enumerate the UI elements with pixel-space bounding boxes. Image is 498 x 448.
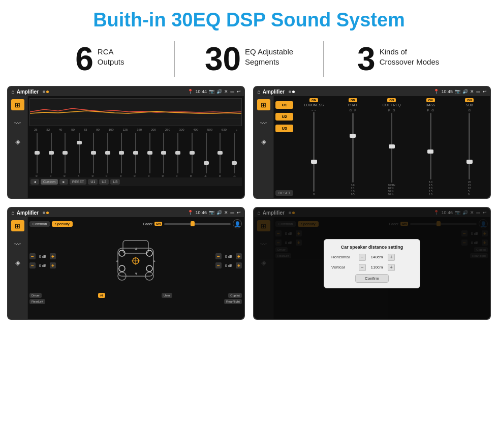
eq-slider-11[interactable] xyxy=(171,133,184,173)
spk-panel-icon-eq[interactable]: ⊞ xyxy=(11,220,24,231)
cross-vol-icon: 🔊 xyxy=(462,89,468,94)
sub-on[interactable]: ON xyxy=(465,98,474,102)
all-btn[interactable]: All xyxy=(98,293,106,298)
spk-dot2 xyxy=(46,212,49,214)
user-icon[interactable]: 👤 xyxy=(233,219,242,228)
fader-on-badge[interactable]: ON xyxy=(154,222,162,226)
tab-common[interactable]: Common xyxy=(29,221,50,227)
eq-screen-title: Amplifier xyxy=(17,89,39,95)
eq-slider-1[interactable] xyxy=(30,133,44,173)
copilot-btn[interactable]: Copilot xyxy=(228,293,242,298)
cross-reset-btn[interactable]: RESET xyxy=(275,190,293,196)
eq-prev-btn[interactable]: ◄ xyxy=(30,179,39,185)
eq-panel-icon-wave[interactable]: 〰 xyxy=(11,117,24,129)
cross-status-right: 📍 10:45 📷 🔊 ✕ ▭ ↩ xyxy=(433,89,487,94)
horizontal-minus-btn[interactable]: − xyxy=(359,254,366,261)
eq-slider-3[interactable] xyxy=(58,133,72,173)
spk-home-icon[interactable]: ⌂ xyxy=(11,210,15,216)
cutfreq-slider[interactable] xyxy=(391,113,392,183)
cross-status-bar: ⌂ Amplifier 📍 10:45 📷 🔊 ✕ ▭ ↩ xyxy=(254,87,490,96)
eq-slider-2[interactable] xyxy=(45,133,58,173)
spk-left-panel: ⊞ 〰 ◈ xyxy=(8,217,27,319)
bottom-left-minus[interactable]: − xyxy=(29,262,36,268)
bass-on[interactable]: ON xyxy=(426,98,435,102)
cross-x-icon: ✕ xyxy=(470,89,474,94)
eq-next-btn[interactable]: ► xyxy=(59,179,68,185)
u1-button[interactable]: U1 xyxy=(275,101,293,109)
cross-reset-area: RESET xyxy=(275,189,293,196)
top-left-plus[interactable]: + xyxy=(50,253,56,259)
eq-u1-btn[interactable]: U1 xyxy=(88,179,98,185)
horizontal-value: 140cm xyxy=(368,255,386,259)
fader-thumb[interactable] xyxy=(191,221,195,226)
vertical-label: Vertical xyxy=(331,265,357,270)
vertical-plus-btn[interactable]: + xyxy=(388,264,395,271)
spk-status-bar: ⌂ Amplifier 📍 10:46 📷 🔊 ✕ ▭ ↩ xyxy=(8,208,244,217)
eq-slider-10[interactable] xyxy=(158,133,171,173)
eq-screen-card: ⌂ Amplifier 📍 10:44 📷 🔊 ✕ ▭ ↩ xyxy=(7,86,245,199)
eq-slider-6[interactable] xyxy=(101,133,114,173)
fader-track[interactable] xyxy=(164,223,231,225)
cross-panel-icon-speaker[interactable]: ◈ xyxy=(257,136,270,147)
loudness-slider[interactable] xyxy=(313,112,315,192)
tab-specialty[interactable]: Specialty xyxy=(52,221,72,227)
driver-btn[interactable]: Driver xyxy=(29,293,42,298)
cross-panel-icon-wave[interactable]: 〰 xyxy=(257,117,270,129)
eq-slider-5[interactable] xyxy=(87,133,100,173)
left-db-controls: − 0 dB + − 0 dB + xyxy=(29,230,56,291)
svg-point-11 xyxy=(146,265,152,272)
eq-back-icon[interactable]: ↩ xyxy=(237,89,241,94)
spk-back-icon[interactable]: ↩ xyxy=(237,210,241,215)
cross-panel-icon-eq[interactable]: ⊞ xyxy=(257,99,270,110)
eq-slider-9[interactable] xyxy=(143,133,157,173)
bass-slider[interactable] xyxy=(430,113,431,180)
u2-button[interactable]: U2 xyxy=(275,113,293,121)
user-btn[interactable]: User xyxy=(162,293,172,298)
eq-slider-14[interactable] xyxy=(214,133,227,173)
rearleft-btn[interactable]: RearLeft xyxy=(29,299,45,304)
u3-button[interactable]: U3 xyxy=(275,125,293,132)
top-left-minus[interactable]: − xyxy=(29,253,36,259)
phat-slider[interactable] xyxy=(352,113,354,183)
eq-panel-icon-speaker[interactable]: ◈ xyxy=(11,136,24,147)
eq-home-icon[interactable]: ⌂ xyxy=(11,88,15,95)
top-right-minus[interactable]: − xyxy=(215,253,222,259)
cross-rect-icon: ▭ xyxy=(476,89,481,94)
vertical-minus-btn[interactable]: − xyxy=(359,264,366,271)
eq-custom-btn[interactable]: Custom xyxy=(41,179,58,185)
bottom-right-minus[interactable]: − xyxy=(215,262,222,268)
page-container: Buith-in 30EQ DSP Sound System 6 RCA Out… xyxy=(0,0,498,325)
rearright-btn[interactable]: RearRight xyxy=(224,299,242,304)
loudness-on[interactable]: ON xyxy=(309,98,318,102)
loudness-value: 0 xyxy=(313,193,315,196)
eq-slider-12[interactable] xyxy=(185,133,199,173)
phat-on[interactable]: ON xyxy=(349,98,357,102)
eq-slider-7[interactable] xyxy=(115,133,128,173)
eq-u2-btn[interactable]: U2 xyxy=(99,179,109,185)
eq-panel-icon-eq[interactable]: ⊞ xyxy=(11,99,24,110)
cutfreq-on[interactable]: ON xyxy=(387,98,396,102)
confirm-button[interactable]: Confirm xyxy=(355,274,389,283)
eq-vol-icon: 🔊 xyxy=(216,89,222,94)
eq-slider-13[interactable] xyxy=(200,133,213,173)
horizontal-plus-btn[interactable]: + xyxy=(388,254,395,261)
cross-cam-icon: 📷 xyxy=(455,89,460,94)
eq-slider-8[interactable] xyxy=(129,133,142,173)
sub-slider[interactable] xyxy=(469,113,470,180)
speaker-diagram-area: − 0 dB + − 0 dB + xyxy=(29,230,242,291)
eq-reset-btn[interactable]: RESET xyxy=(70,179,86,185)
speaker-bottom-buttons-2: RearLeft RearRight xyxy=(29,299,242,304)
bottom-left-plus[interactable]: + xyxy=(50,262,56,268)
spk-panel-icon-speaker[interactable]: ◈ xyxy=(11,257,24,268)
eq-slider-4[interactable] xyxy=(73,133,86,173)
cutfreq-label: CUT FREQ xyxy=(383,103,401,107)
spk-panel-icon-wave[interactable]: 〰 xyxy=(11,238,24,250)
bottom-right-plus[interactable]: + xyxy=(236,262,242,268)
crossover-main-content: U1 U2 U3 RESET ON LOUDNESS xyxy=(273,96,490,198)
cross-back-icon[interactable]: ↩ xyxy=(483,89,487,94)
eq-slider-15[interactable] xyxy=(228,133,241,173)
eq-u3-btn[interactable]: U3 xyxy=(110,179,120,185)
top-right-plus[interactable]: + xyxy=(236,253,242,259)
spk-cam-icon: 📷 xyxy=(209,210,214,215)
cross-home-icon[interactable]: ⌂ xyxy=(257,88,261,95)
